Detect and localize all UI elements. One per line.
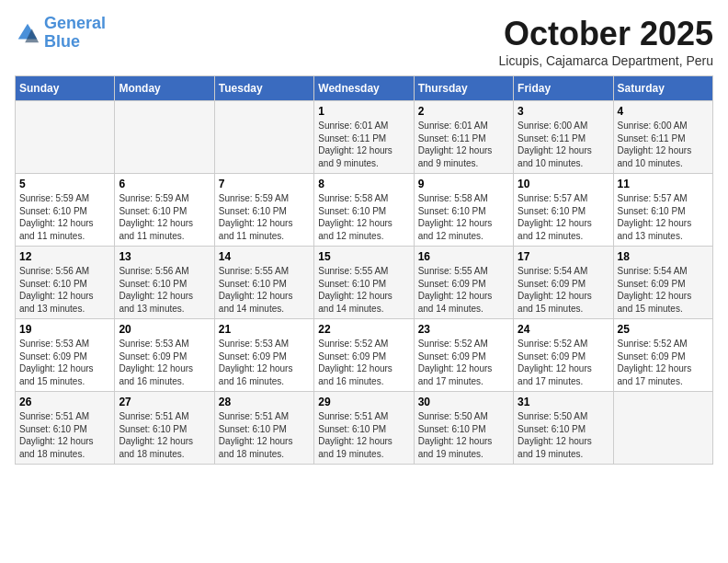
col-header-wednesday: Wednesday xyxy=(314,76,414,101)
day-info: Sunrise: 5:50 AM Sunset: 6:10 PM Dayligh… xyxy=(518,410,609,460)
day-info: Sunrise: 5:52 AM Sunset: 6:09 PM Dayligh… xyxy=(518,338,609,387)
day-number: 15 xyxy=(318,250,409,263)
day-cell: 10Sunrise: 5:57 AM Sunset: 6:10 PM Dayli… xyxy=(514,174,613,247)
day-cell xyxy=(115,101,214,174)
col-header-monday: Monday xyxy=(115,76,214,101)
day-cell: 24Sunrise: 5:52 AM Sunset: 6:09 PM Dayli… xyxy=(514,319,613,392)
header-row: SundayMondayTuesdayWednesdayThursdayFrid… xyxy=(16,76,713,101)
day-cell: 25Sunrise: 5:52 AM Sunset: 6:09 PM Dayli… xyxy=(613,319,712,392)
title-block: October 2025 Licupis, Cajamarca Departme… xyxy=(499,15,713,68)
day-number: 20 xyxy=(119,323,210,336)
day-cell: 15Sunrise: 5:55 AM Sunset: 6:10 PM Dayli… xyxy=(314,247,414,319)
day-number: 5 xyxy=(19,178,110,190)
day-cell: 5Sunrise: 5:59 AM Sunset: 6:10 PM Daylig… xyxy=(16,174,115,247)
week-row-3: 12Sunrise: 5:56 AM Sunset: 6:10 PM Dayli… xyxy=(16,247,713,319)
day-cell: 21Sunrise: 5:53 AM Sunset: 6:09 PM Dayli… xyxy=(214,319,313,392)
day-number: 26 xyxy=(19,396,110,408)
logo-text: General Blue xyxy=(44,15,106,52)
day-number: 13 xyxy=(119,250,210,263)
col-header-sunday: Sunday xyxy=(16,76,115,101)
day-info: Sunrise: 5:59 AM Sunset: 6:10 PM Dayligh… xyxy=(119,192,210,242)
day-number: 10 xyxy=(518,178,609,190)
day-info: Sunrise: 5:57 AM Sunset: 6:10 PM Dayligh… xyxy=(518,192,609,242)
day-info: Sunrise: 5:56 AM Sunset: 6:10 PM Dayligh… xyxy=(119,265,210,315)
day-number: 6 xyxy=(119,178,210,190)
day-cell: 2Sunrise: 6:01 AM Sunset: 6:11 PM Daylig… xyxy=(414,101,513,174)
day-info: Sunrise: 5:59 AM Sunset: 6:10 PM Dayligh… xyxy=(19,192,110,242)
day-cell: 3Sunrise: 6:00 AM Sunset: 6:11 PM Daylig… xyxy=(514,101,613,174)
day-number: 11 xyxy=(618,178,709,190)
day-number: 19 xyxy=(19,323,110,336)
col-header-friday: Friday xyxy=(514,76,613,101)
day-number: 31 xyxy=(518,396,609,408)
calendar-table: SundayMondayTuesdayWednesdayThursdayFrid… xyxy=(15,75,713,465)
day-cell: 1Sunrise: 6:01 AM Sunset: 6:11 PM Daylig… xyxy=(314,101,414,174)
day-info: Sunrise: 5:57 AM Sunset: 6:10 PM Dayligh… xyxy=(618,192,709,242)
day-info: Sunrise: 5:59 AM Sunset: 6:10 PM Dayligh… xyxy=(219,192,310,242)
col-header-saturday: Saturday xyxy=(613,76,712,101)
day-cell: 6Sunrise: 5:59 AM Sunset: 6:10 PM Daylig… xyxy=(115,174,214,247)
day-info: Sunrise: 5:55 AM Sunset: 6:10 PM Dayligh… xyxy=(318,265,409,315)
day-cell: 27Sunrise: 5:51 AM Sunset: 6:10 PM Dayli… xyxy=(115,392,214,465)
day-info: Sunrise: 5:55 AM Sunset: 6:10 PM Dayligh… xyxy=(219,265,310,315)
month-title: October 2025 xyxy=(499,15,713,53)
day-number: 16 xyxy=(418,250,509,263)
day-number: 3 xyxy=(518,105,609,118)
day-number: 7 xyxy=(219,178,310,190)
day-cell: 28Sunrise: 5:51 AM Sunset: 6:10 PM Dayli… xyxy=(214,392,313,465)
day-cell: 9Sunrise: 5:58 AM Sunset: 6:10 PM Daylig… xyxy=(414,174,513,247)
day-info: Sunrise: 5:51 AM Sunset: 6:10 PM Dayligh… xyxy=(219,410,310,460)
day-info: Sunrise: 5:51 AM Sunset: 6:10 PM Dayligh… xyxy=(318,410,409,460)
day-info: Sunrise: 5:52 AM Sunset: 6:09 PM Dayligh… xyxy=(618,338,709,387)
day-cell: 14Sunrise: 5:55 AM Sunset: 6:10 PM Dayli… xyxy=(214,247,313,319)
day-number: 23 xyxy=(418,323,509,336)
day-number: 21 xyxy=(219,323,310,336)
day-info: Sunrise: 6:01 AM Sunset: 6:11 PM Dayligh… xyxy=(418,120,509,169)
subtitle: Licupis, Cajamarca Department, Peru xyxy=(499,53,713,68)
day-cell: 22Sunrise: 5:52 AM Sunset: 6:09 PM Dayli… xyxy=(314,319,414,392)
day-number: 24 xyxy=(518,323,609,336)
col-header-tuesday: Tuesday xyxy=(214,76,313,101)
day-cell: 18Sunrise: 5:54 AM Sunset: 6:09 PM Dayli… xyxy=(613,247,712,319)
day-info: Sunrise: 6:00 AM Sunset: 6:11 PM Dayligh… xyxy=(618,120,709,169)
day-cell: 26Sunrise: 5:51 AM Sunset: 6:10 PM Dayli… xyxy=(16,392,115,465)
day-cell: 16Sunrise: 5:55 AM Sunset: 6:09 PM Dayli… xyxy=(414,247,513,319)
day-cell: 4Sunrise: 6:00 AM Sunset: 6:11 PM Daylig… xyxy=(613,101,712,174)
logo: General Blue xyxy=(15,15,106,52)
day-info: Sunrise: 5:53 AM Sunset: 6:09 PM Dayligh… xyxy=(119,338,210,387)
day-number: 2 xyxy=(418,105,509,118)
week-row-2: 5Sunrise: 5:59 AM Sunset: 6:10 PM Daylig… xyxy=(16,174,713,247)
day-info: Sunrise: 5:51 AM Sunset: 6:10 PM Dayligh… xyxy=(19,410,110,460)
day-cell: 8Sunrise: 5:58 AM Sunset: 6:10 PM Daylig… xyxy=(314,174,414,247)
day-cell: 31Sunrise: 5:50 AM Sunset: 6:10 PM Dayli… xyxy=(514,392,613,465)
day-number: 17 xyxy=(518,250,609,263)
day-number: 8 xyxy=(318,178,409,190)
day-number: 4 xyxy=(618,105,709,118)
day-info: Sunrise: 5:52 AM Sunset: 6:09 PM Dayligh… xyxy=(418,338,509,387)
day-cell: 12Sunrise: 5:56 AM Sunset: 6:10 PM Dayli… xyxy=(16,247,115,319)
week-row-5: 26Sunrise: 5:51 AM Sunset: 6:10 PM Dayli… xyxy=(16,392,713,465)
day-number: 12 xyxy=(19,250,110,263)
day-cell: 23Sunrise: 5:52 AM Sunset: 6:09 PM Dayli… xyxy=(414,319,513,392)
day-number: 14 xyxy=(219,250,310,263)
day-cell: 30Sunrise: 5:50 AM Sunset: 6:10 PM Dayli… xyxy=(414,392,513,465)
day-info: Sunrise: 5:51 AM Sunset: 6:10 PM Dayligh… xyxy=(119,410,210,460)
day-info: Sunrise: 5:58 AM Sunset: 6:10 PM Dayligh… xyxy=(418,192,509,242)
day-cell: 19Sunrise: 5:53 AM Sunset: 6:09 PM Dayli… xyxy=(16,319,115,392)
day-cell: 7Sunrise: 5:59 AM Sunset: 6:10 PM Daylig… xyxy=(214,174,313,247)
day-info: Sunrise: 5:54 AM Sunset: 6:09 PM Dayligh… xyxy=(518,265,609,315)
day-info: Sunrise: 5:53 AM Sunset: 6:09 PM Dayligh… xyxy=(19,338,110,387)
day-cell: 13Sunrise: 5:56 AM Sunset: 6:10 PM Dayli… xyxy=(115,247,214,319)
day-number: 27 xyxy=(119,396,210,408)
week-row-4: 19Sunrise: 5:53 AM Sunset: 6:09 PM Dayli… xyxy=(16,319,713,392)
day-info: Sunrise: 5:52 AM Sunset: 6:09 PM Dayligh… xyxy=(318,338,409,387)
day-info: Sunrise: 6:01 AM Sunset: 6:11 PM Dayligh… xyxy=(318,120,409,169)
day-number: 22 xyxy=(318,323,409,336)
day-info: Sunrise: 6:00 AM Sunset: 6:11 PM Dayligh… xyxy=(518,120,609,169)
day-number: 30 xyxy=(418,396,509,408)
day-info: Sunrise: 5:54 AM Sunset: 6:09 PM Dayligh… xyxy=(618,265,709,315)
day-cell xyxy=(16,101,115,174)
day-cell: 17Sunrise: 5:54 AM Sunset: 6:09 PM Dayli… xyxy=(514,247,613,319)
logo-icon xyxy=(15,20,40,46)
day-info: Sunrise: 5:58 AM Sunset: 6:10 PM Dayligh… xyxy=(318,192,409,242)
